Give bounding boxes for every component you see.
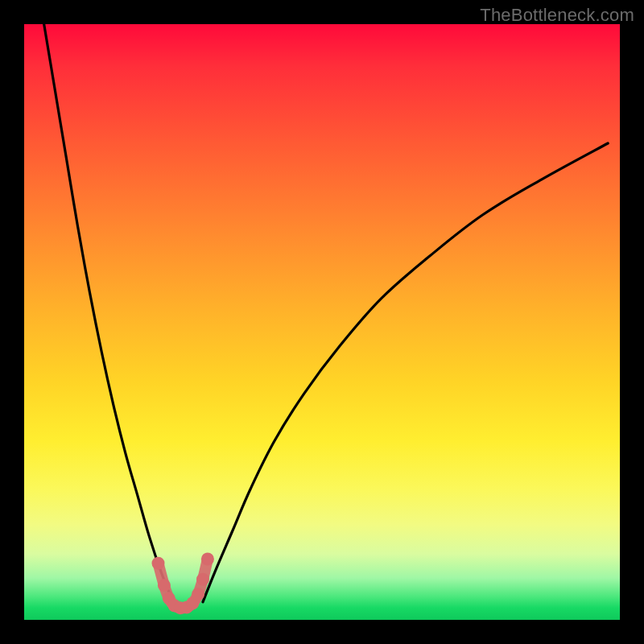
curve-layer — [24, 24, 620, 620]
svg-point-8 — [196, 573, 209, 586]
chart-frame: TheBottleneck.com — [0, 0, 644, 644]
svg-point-0 — [152, 557, 165, 570]
right-branch-curve — [203, 143, 608, 602]
plot-area — [24, 24, 620, 620]
watermark-text: TheBottleneck.com — [480, 5, 634, 26]
svg-point-9 — [201, 553, 214, 566]
svg-point-7 — [192, 588, 204, 601]
svg-point-1 — [158, 579, 171, 592]
left-branch-curve — [42, 24, 173, 602]
valley-accent-dots — [152, 553, 214, 615]
